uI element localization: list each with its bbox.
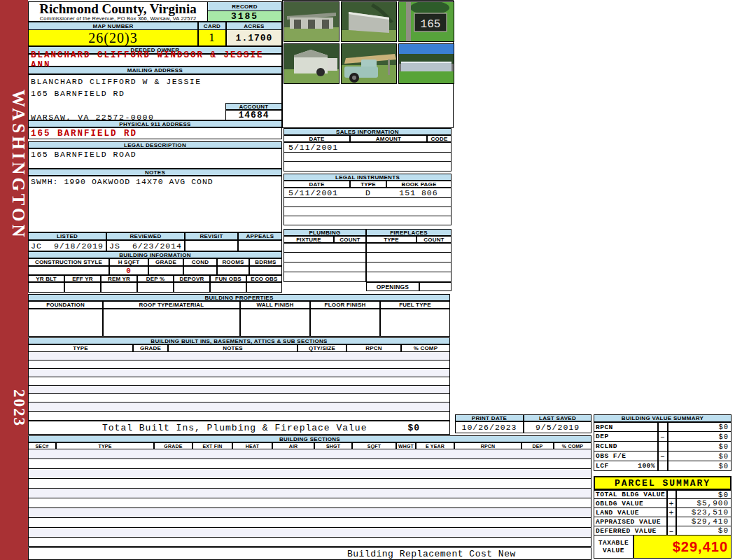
photo-thumbnail[interactable] xyxy=(284,1,340,42)
li-type-label: TYPE xyxy=(350,181,386,188)
air-label: AIR xyxy=(272,442,314,449)
record-label: RECORD xyxy=(207,1,282,11)
photo-shed-image xyxy=(284,44,339,83)
appeals-label: APPEALS xyxy=(238,232,282,240)
sales-date-label: DATE xyxy=(284,135,350,142)
table-row: DEP – $0 xyxy=(594,432,732,442)
built-ins-total-value: $0 xyxy=(407,423,420,433)
table-row xyxy=(284,216,451,225)
table-row: OBS F/E – $0 xyxy=(594,451,732,461)
rooms-label: ROOMS xyxy=(217,258,249,266)
fireplace-count-label: COUNT xyxy=(416,236,451,243)
card-value: 1 xyxy=(198,29,226,46)
photo-mobile-home-field-image xyxy=(399,44,454,83)
construction-style-value xyxy=(28,266,109,275)
bi-notes-label: NOTES xyxy=(168,344,298,352)
building-replacement-row: Building Replacement Cost New xyxy=(28,547,592,560)
building-sections-empty-rows xyxy=(28,449,592,547)
sidebar: WASHINGTON 2023 xyxy=(0,0,28,560)
last-saved-label: LAST SAVED xyxy=(524,414,592,421)
address-sign-number: 165 xyxy=(421,18,441,31)
sales-header-row: DATE AMOUNT CODE xyxy=(284,135,451,142)
fuel-type-label: FUEL TYPE xyxy=(380,301,450,309)
building-props-value-row xyxy=(28,309,450,337)
print-header-row: PRINT DATE LAST SAVED xyxy=(455,414,592,421)
photo-truck-carport-image xyxy=(342,44,396,83)
table-row xyxy=(28,489,592,498)
page-subtitle: Commissioner of the Revenue, PO Box 366,… xyxy=(29,15,207,22)
table-row xyxy=(28,469,592,479)
photo-thumbnail[interactable] xyxy=(398,43,454,84)
table-row xyxy=(284,207,451,216)
built-ins-header-row: TYPE GRADE NOTES QTY/SIZE RPCN % COMP xyxy=(28,344,450,352)
listed-label: LISTED xyxy=(28,232,106,240)
last-saved-value: 9/5/2019 xyxy=(524,421,592,433)
yrblt-label: YR BLT xyxy=(28,275,64,282)
table-row: APPRAISED VALUE $29,410 xyxy=(594,517,732,526)
plumbing-label: PLUMBING xyxy=(284,229,366,236)
parcel-summary-table: TOTAL BLDG VALUE $0 OBLDG VALUE + $5,900… xyxy=(594,490,732,559)
bs-rpcn-label: RPCN xyxy=(454,442,522,449)
photo-thumbnail[interactable] xyxy=(284,43,340,84)
roof-type-label: ROOF TYPE/MATERIAL xyxy=(103,301,240,309)
table-row: 5/11/2001 xyxy=(284,142,451,153)
sales-information-label: SALES INFORMATION xyxy=(284,128,451,135)
sidebar-district-label: WASHINGTON xyxy=(0,90,28,240)
table-row xyxy=(284,272,451,282)
map-number-value: 26(20)3 xyxy=(28,29,198,46)
heat-label: HEAT xyxy=(232,442,272,449)
listed-date: 9/18/2019 xyxy=(54,241,104,251)
building-info-value-row2 xyxy=(28,282,282,293)
building-sections-header-row: SEC# TYPE GRADE EXT FIN HEAT AIR SHGT SQ… xyxy=(28,442,592,449)
reviewed-label: REVIEWED xyxy=(106,232,185,240)
mailing-address-label: MAILING ADDRESS xyxy=(28,66,282,74)
table-row: RPCN $0 xyxy=(594,422,732,432)
table-row xyxy=(28,479,592,489)
floor-finish-label: FLOOR FINISH xyxy=(310,301,380,309)
table-row xyxy=(28,528,592,538)
sales-amount-label: AMOUNT xyxy=(350,135,427,142)
table-row xyxy=(28,402,450,412)
photo-thumbnail[interactable] xyxy=(341,43,397,84)
openings-value xyxy=(419,282,451,291)
deeded-owner-value: BLANCHARD CLIFFORD WINDSOR & JESSIE ANN xyxy=(28,54,282,66)
funobs-label: FUN OBS xyxy=(210,275,246,282)
built-ins-total-label: Total Built Ins, Plumbing & Fireplace Va… xyxy=(102,423,367,433)
photo-porch-home-image xyxy=(284,2,339,41)
rooms-value xyxy=(217,266,249,275)
legal-description-value: 165 BARNFIELD ROAD xyxy=(28,148,282,169)
building-replacement-label: Building Replacement Cost New xyxy=(347,549,516,559)
photo-mobile-home-side-image xyxy=(342,2,396,41)
cond-value xyxy=(183,266,217,275)
table-row xyxy=(284,253,451,262)
bi-grade-label: GRADE xyxy=(133,344,168,352)
appeals-value xyxy=(238,240,282,251)
fireplaces-label: FIREPLACES xyxy=(366,229,451,236)
table-row: RCLND $0 xyxy=(594,442,732,451)
reviewed-date: 6/23/2014 xyxy=(132,241,182,251)
bi-rpcn-label: RPCN xyxy=(346,344,401,352)
grade-value xyxy=(148,266,183,275)
building-sections-label: BUILDING SECTIONS xyxy=(28,435,592,442)
table-row xyxy=(284,162,451,172)
table-row xyxy=(28,518,592,528)
bdrms-label: BDRMS xyxy=(249,258,282,266)
bi-qty-label: QTY/SIZE xyxy=(298,344,346,352)
building-info-header-row2: YR BLT EFF YR REM YR DEP % DEPOVR FUN OB… xyxy=(28,275,282,282)
photo-thumbnail[interactable]: 165 xyxy=(398,1,454,42)
table-row: OBLDG VALUE + $5,900 xyxy=(594,499,732,508)
building-info-value-row1: 0 xyxy=(28,266,282,275)
legal-instruments-header-row: DATE TYPE BOOK PAGE xyxy=(284,181,451,188)
table-row xyxy=(28,394,450,402)
wall-finish-label: WALL FINISH xyxy=(240,301,310,309)
built-ins-total-row: Total Built Ins, Plumbing & Fireplace Va… xyxy=(28,421,450,435)
parcel-summary-label: PARCEL SUMMARY xyxy=(594,476,732,490)
sales-rows: 5/11/2001 xyxy=(284,142,451,172)
photo-address-sign-image: 165 xyxy=(399,2,454,41)
account-value: 14684 xyxy=(225,110,282,120)
extfin-label: EXT FIN xyxy=(192,442,232,449)
bs-grade-label: GRADE xyxy=(154,442,192,449)
effyr-label: EFF YR xyxy=(64,275,101,282)
photo-thumbnail[interactable] xyxy=(341,1,397,42)
bi-type-label: TYPE xyxy=(28,344,133,352)
